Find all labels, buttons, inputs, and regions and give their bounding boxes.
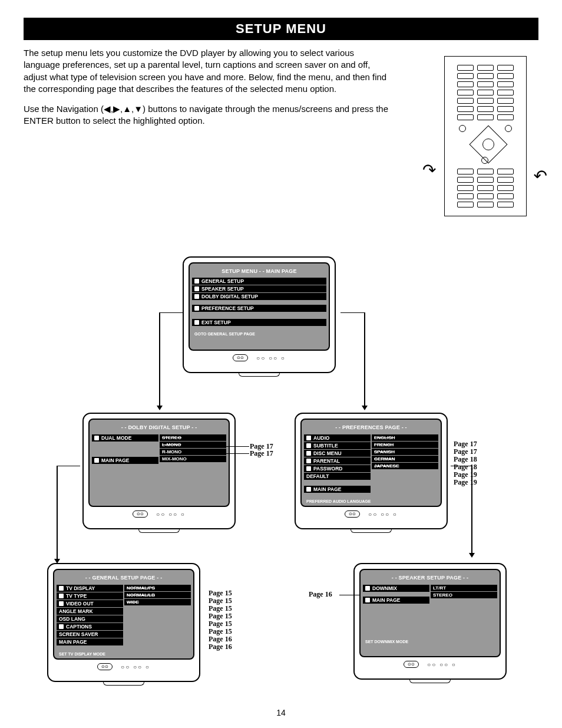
sub-option: WIDE [124, 599, 191, 605]
menu-label: DOWNMIX [372, 585, 397, 591]
menu-item: DOWNMIX [363, 585, 429, 592]
intro-p2a: Use the Navigation ( [24, 104, 104, 114]
nav-arrows-text: ◀,▶,▲,▼ [104, 104, 143, 114]
menu-item: DEFAULT [304, 473, 371, 480]
sub-option: GERMAN [372, 456, 438, 462]
sub-option: NORMAL/PS [124, 585, 191, 591]
intro-p2: Use the Navigation (◀,▶,▲,▼) buttons to … [24, 103, 389, 127]
menu-label: EXIT SETUP [201, 319, 231, 325]
menu-item: DISC MENU [304, 450, 371, 457]
menu-item: PASSWORD [304, 465, 371, 472]
menu-label: PASSWORD [313, 466, 342, 472]
menu-label: CAPTIONS [66, 624, 92, 630]
connector-line [340, 312, 365, 313]
menu-label: DOLBY DIGITAL SETUP [201, 294, 258, 299]
menu-label: MAIN PAGE [372, 597, 401, 603]
screen-hint: GOTO GENERAL SETUP PAGE [192, 332, 326, 336]
menu-label: SUBTITLE [313, 443, 338, 449]
menu-label: DEFAULT [306, 473, 329, 479]
menu-item: MAIN PAGE [92, 457, 158, 464]
intro-text: The setup menu lets you customize the DV… [24, 47, 389, 127]
page-ref: Page 17 [250, 449, 273, 458]
sub-option: SPANISH [372, 449, 438, 455]
tv-general-screen: - - GENERAL SETUP PAGE - - TV DISPLAY TV… [47, 563, 200, 686]
connector-arrow [471, 466, 472, 554]
remote-control-diagram: ↷ ↷ [444, 56, 527, 216]
sub-option: NORMAL/LB [124, 592, 191, 598]
page-number: 14 [0, 708, 562, 717]
screen-hint: PREFERRED AUDIO LANGUAGE [304, 499, 438, 503]
connector-line [159, 312, 183, 313]
pointer-arrow-left: ↷ [422, 160, 436, 180]
menu-item: OSD LANG [57, 615, 123, 622]
page-ref: Page 16 [209, 643, 232, 651]
intro-p1: The setup menu lets you customize the DV… [24, 47, 389, 95]
sub-option: STEREO [160, 434, 226, 441]
menu-label: PARENTAL [313, 458, 340, 464]
page-title: SETUP MENU [24, 18, 538, 40]
main-screen-title: SETUP MENU - - MAIN PAGE [192, 268, 326, 274]
menu-item: DUAL MODE [92, 434, 158, 442]
menu-label: VIDEO OUT [66, 601, 94, 607]
connector-arrow [57, 466, 58, 560]
menu-item: MAIN PAGE [57, 638, 123, 645]
menu-label: ANGLE MARK [59, 608, 93, 614]
menu-label: SPEAKER SETUP [201, 286, 244, 292]
menu-item: MAIN PAGE [363, 597, 429, 604]
menu-item: GENERAL SETUP [192, 278, 326, 285]
connector-line [57, 466, 80, 466]
menu-label: SCREEN SAVER [59, 631, 98, 637]
sub-option: FRENCH [372, 442, 438, 448]
general-title: - - GENERAL SETUP PAGE - - [57, 575, 191, 581]
ref-line [339, 595, 359, 595]
screen-hint: SET DOWNMIX MODE [363, 640, 497, 644]
dolby-title: - - DOLBY DIGITAL SETUP - - [92, 424, 226, 430]
menu-label: PREFERENCE SETUP [201, 305, 254, 311]
menu-item: VIDEO OUT [57, 600, 123, 607]
screen-hint: SET TV DISPLAY MODE [57, 652, 191, 656]
menu-label: MAIN PAGE [313, 486, 342, 492]
menu-item: SUBTITLE [304, 442, 371, 449]
menu-label: TV DISPLAY [66, 585, 95, 591]
connector-arrow [364, 312, 365, 407]
sub-option: STEREO [431, 592, 497, 598]
menu-item: MAIN PAGE [304, 486, 371, 493]
menu-item: AUDIO [304, 434, 371, 442]
menu-label: MAIN PAGE [59, 639, 87, 645]
sub-option: LT/RT [431, 585, 497, 591]
sub-option: L-MONO [160, 442, 226, 448]
pointer-arrow-right: ↷ [534, 166, 547, 186]
menu-label: TV TYPE [66, 593, 87, 599]
menu-item: PARENTAL [304, 457, 371, 465]
menu-item: ANGLE MARK [57, 608, 123, 615]
menu-item: SCREEN SAVER [57, 631, 123, 638]
ref-line [221, 453, 249, 454]
menu-item: CAPTIONS [57, 623, 123, 630]
tv-main-screen: SETUP MENU - - MAIN PAGE GENERAL SETUP S… [183, 256, 336, 377]
connector-arrow [159, 312, 160, 407]
page-ref: Page 19 [454, 478, 477, 487]
menu-item: PREFERENCE SETUP [192, 305, 326, 312]
menu-label: OSD LANG [59, 616, 85, 622]
connector-line [451, 466, 472, 466]
remote-dpad [448, 124, 523, 165]
menu-label: GENERAL SETUP [201, 278, 244, 284]
tv-speaker-screen: - - SPEAKER SETUP PAGE - - DOWNMIX MAIN … [353, 563, 507, 683]
speaker-title: - - SPEAKER SETUP PAGE - - [363, 575, 497, 581]
menu-item: SPEAKER SETUP [192, 285, 326, 292]
menu-item: DOLBY DIGITAL SETUP [192, 293, 326, 300]
tv-dolby-screen: - - DOLBY DIGITAL SETUP - - DUAL MODE MA… [82, 413, 236, 533]
menu-item: EXIT SETUP [192, 319, 326, 326]
menu-item: TV TYPE [57, 592, 123, 599]
menu-label: DISC MENU [313, 450, 342, 456]
sub-option: MIX-MONO [160, 456, 226, 462]
sub-option: ENGLISH [372, 434, 438, 441]
menu-label: MAIN PAGE [101, 457, 130, 463]
prefs-title: - - PREFERENCES PAGE - - [304, 424, 438, 430]
menu-label: AUDIO [313, 435, 329, 441]
page-ref: Page 16 [309, 590, 332, 599]
ref-line [221, 446, 249, 447]
tv-preferences-screen: - - PREFERENCES PAGE - - AUDIO SUBTITLE … [295, 413, 448, 533]
menu-item: TV DISPLAY [57, 585, 123, 592]
menu-label: DUAL MODE [101, 435, 131, 441]
